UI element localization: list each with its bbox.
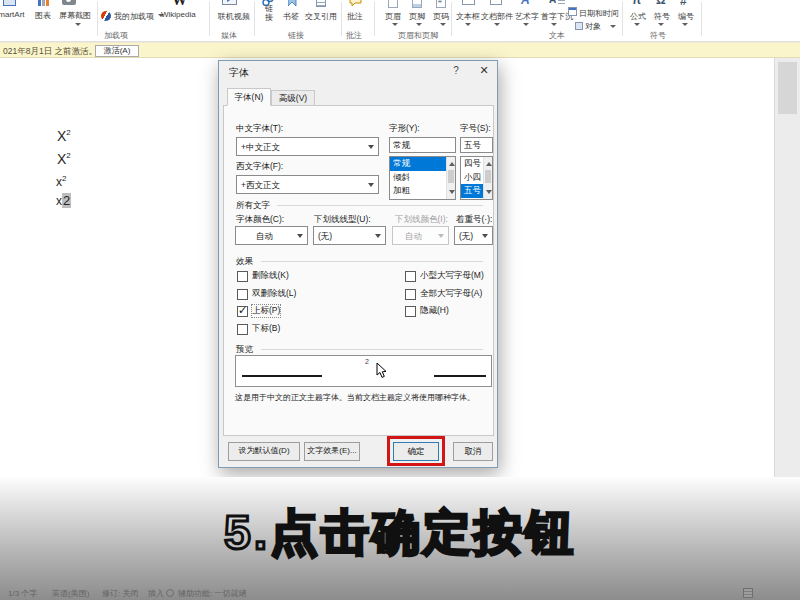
button-footer[interactable]: 页脚 bbox=[409, 11, 425, 22]
insert-mode-status[interactable]: 插入 bbox=[148, 588, 164, 599]
emphasis-mark-label: 着重号(·): bbox=[456, 214, 492, 226]
chevron-down-icon[interactable] bbox=[658, 23, 664, 29]
my-addins-icon bbox=[101, 11, 111, 21]
button-online-video[interactable]: 联机视频 bbox=[218, 11, 250, 22]
checkbox-box-checked[interactable]: ✓ bbox=[237, 306, 248, 317]
chevron-down-icon[interactable] bbox=[440, 23, 446, 29]
button-comment[interactable]: 批注 bbox=[347, 11, 363, 22]
button-quick-parts[interactable]: 文档部件 bbox=[481, 11, 513, 22]
group-label-header-footer: 页眉和页脚 bbox=[398, 30, 438, 41]
list-scrollbar[interactable] bbox=[446, 157, 455, 199]
wordart-icon: A bbox=[521, 0, 530, 7]
checkbox-all-caps[interactable]: 全部大写字母(A) bbox=[405, 288, 482, 300]
chevron-down-icon[interactable] bbox=[293, 227, 307, 244]
font-color-combobox[interactable]: 自动 bbox=[235, 226, 308, 245]
checkbox-subscript[interactable]: 下标(B) bbox=[237, 323, 280, 335]
checkbox-box[interactable] bbox=[237, 324, 248, 335]
button-header[interactable]: 页眉 bbox=[385, 11, 401, 22]
equation-icon: π bbox=[632, 0, 641, 7]
all-text-section-label: 所有文字 bbox=[236, 200, 270, 212]
group-separator bbox=[701, 2, 702, 36]
chevron-down-icon[interactable] bbox=[478, 227, 492, 244]
checkbox-box[interactable] bbox=[237, 289, 248, 300]
chevron-down-icon[interactable] bbox=[551, 23, 557, 29]
doc-line: X2 bbox=[57, 151, 71, 167]
textbox-icon bbox=[462, 0, 475, 5]
chevron-down-icon[interactable] bbox=[610, 25, 616, 31]
word-count[interactable]: 1/3 个字 bbox=[8, 588, 37, 599]
close-icon[interactable]: ✕ bbox=[475, 64, 493, 77]
button-object[interactable]: 对象 bbox=[585, 21, 601, 32]
chevron-down-icon[interactable] bbox=[75, 23, 81, 29]
checkbox-hidden[interactable]: 隐藏(H) bbox=[405, 305, 449, 317]
cancel-button[interactable]: 取消 bbox=[453, 442, 493, 461]
button-date-time[interactable]: 日期和时间 bbox=[579, 8, 619, 19]
button-link[interactable]: 链接 bbox=[263, 4, 275, 22]
help-icon[interactable]: ? bbox=[449, 65, 463, 76]
numbering-icon: # bbox=[680, 0, 687, 8]
chevron-down-icon[interactable] bbox=[465, 23, 471, 29]
button-wikipedia[interactable]: Wikipedia bbox=[161, 10, 196, 19]
button-symbol[interactable]: 符号 bbox=[654, 11, 670, 22]
font-color-label: 字体颜色(C): bbox=[236, 214, 284, 226]
font-style-input[interactable]: 常规 bbox=[389, 137, 456, 153]
chevron-down-icon[interactable] bbox=[364, 138, 378, 155]
doc-line: x2 bbox=[56, 193, 71, 208]
underline-style-combobox[interactable]: (无) bbox=[313, 226, 386, 245]
button-page-number[interactable]: 页码 bbox=[433, 11, 449, 22]
track-changes-status[interactable]: 修订: 关闭 bbox=[102, 588, 138, 599]
chevron-down-icon[interactable] bbox=[682, 23, 688, 29]
preview-superscript-text: 2 bbox=[365, 358, 369, 365]
emphasis-mark-combobox[interactable]: (无) bbox=[454, 226, 493, 245]
chevron-down-icon[interactable] bbox=[371, 227, 385, 244]
underline-color-combobox: 自动 bbox=[392, 226, 449, 245]
button-chart[interactable]: 图表 bbox=[35, 10, 51, 21]
button-smartart[interactable]: SmartArt bbox=[0, 10, 25, 19]
cn-font-combobox[interactable]: +中文正文 bbox=[236, 137, 379, 156]
button-bookmark[interactable]: 书签 bbox=[283, 11, 299, 22]
font-style-list[interactable]: 常规 倾斜 加粗 bbox=[389, 156, 456, 200]
chevron-down-icon[interactable] bbox=[494, 23, 500, 29]
vertical-scrollbar[interactable] bbox=[774, 58, 800, 488]
button-equation[interactable]: 公式 bbox=[630, 11, 646, 22]
chevron-down-icon[interactable] bbox=[364, 176, 378, 193]
text-effects-button[interactable]: 文字效果(E)... bbox=[304, 442, 360, 461]
accessibility-status[interactable]: 辅助功能: 一切就绪 bbox=[178, 588, 246, 599]
cn-font-label: 中文字体(T): bbox=[236, 123, 283, 135]
button-textbox[interactable]: 文本框 bbox=[456, 11, 480, 22]
set-as-default-button[interactable]: 设为默认值(D) bbox=[228, 442, 300, 461]
checkbox-box[interactable] bbox=[405, 306, 416, 317]
en-font-combobox[interactable]: +西文正文 bbox=[236, 175, 379, 194]
chevron-down-icon[interactable] bbox=[392, 23, 398, 29]
checkbox-strikethrough[interactable]: 删除线(K) bbox=[237, 270, 289, 282]
font-size-input[interactable]: 五号 bbox=[460, 137, 493, 153]
button-screenshot[interactable]: 屏幕截图 bbox=[59, 10, 91, 21]
checkbox-box[interactable] bbox=[405, 289, 416, 300]
button-cross-reference[interactable]: 交叉引用 bbox=[305, 11, 337, 22]
tab-advanced[interactable]: 高级(V) bbox=[271, 90, 315, 106]
activate-button[interactable]: 激活(A) bbox=[95, 45, 139, 57]
scrollbar-thumb[interactable] bbox=[778, 62, 797, 114]
group-label-text: 文本 bbox=[549, 30, 565, 41]
preview-underline bbox=[434, 375, 486, 377]
checkbox-box[interactable] bbox=[405, 271, 416, 282]
chevron-down-icon[interactable] bbox=[523, 23, 529, 29]
checkbox-small-caps[interactable]: 小型大写字母(M) bbox=[405, 270, 484, 282]
doc-line: x2 bbox=[56, 174, 66, 189]
button-numbering[interactable]: 编号 bbox=[678, 11, 694, 22]
quick-parts-icon bbox=[490, 0, 502, 5]
list-scrollbar[interactable] bbox=[483, 157, 492, 199]
checkbox-superscript[interactable]: ✓上标(P) bbox=[237, 305, 280, 317]
language-status[interactable]: 英语(美国) bbox=[52, 588, 89, 599]
tab-font[interactable]: 字体(N) bbox=[227, 88, 271, 106]
checkbox-double-strikethrough[interactable]: 双删除线(L) bbox=[237, 288, 296, 300]
page-view-icon[interactable] bbox=[743, 588, 753, 598]
chart-icon bbox=[38, 0, 52, 6]
checkbox-box[interactable] bbox=[237, 271, 248, 282]
chevron-down-icon[interactable] bbox=[416, 23, 422, 29]
chevron-down-icon[interactable] bbox=[634, 23, 640, 29]
button-my-addins[interactable]: 我的加载项 bbox=[114, 11, 154, 22]
button-wordart[interactable]: 艺术字 bbox=[515, 11, 539, 22]
font-size-list[interactable]: 四号 小四 五号 bbox=[460, 156, 493, 200]
font-dialog: 字体 ? ✕ 字体(N) 高级(V) 中文字体(T): +中文正文 西文字体(F… bbox=[218, 60, 498, 468]
